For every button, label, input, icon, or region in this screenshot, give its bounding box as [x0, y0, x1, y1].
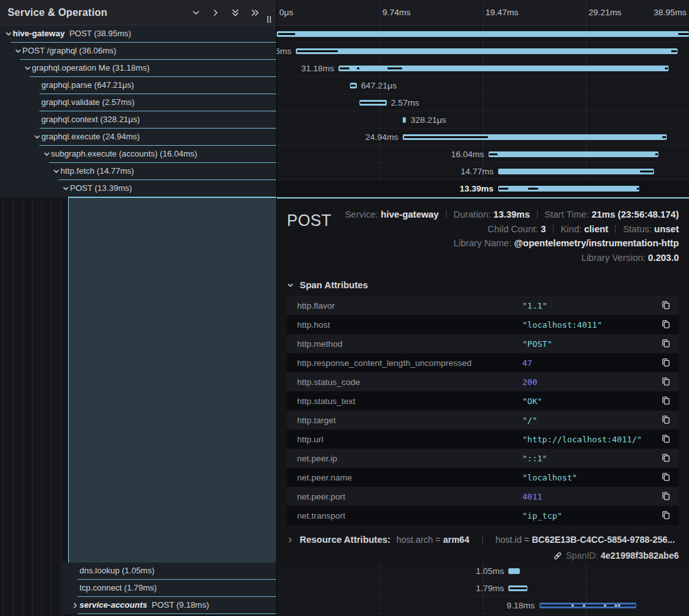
span-tree-row[interactable]: POST (13.39ms) [0, 180, 276, 197]
timeline-row[interactable]: 16.04ms [277, 146, 689, 163]
attribute-row: http.target"/" [287, 410, 679, 430]
self-time-mark [499, 188, 508, 190]
span-duration-label: 1.79ms [476, 580, 504, 597]
span-bar[interactable] [498, 169, 655, 174]
resource-attribute: host.arch = arm64 [396, 535, 470, 545]
attribute-row: net.transport"ip_tcp" [287, 506, 679, 525]
self-time-mark [489, 153, 498, 155]
span-tree-row[interactable]: graphql.operation Me (31.18ms) [0, 60, 276, 77]
span-meta-value: 0.203.0 [648, 253, 679, 263]
panel-resize-handle[interactable] [267, 16, 274, 23]
copy-icon[interactable] [661, 491, 671, 501]
timeline-row[interactable]: 9.18ms [277, 597, 689, 614]
collapse-one-icon[interactable] [191, 8, 200, 17]
timeline-row[interactable]: 24.94ms [277, 129, 689, 146]
span-tree-row[interactable]: dns.lookup (1.05ms) [62, 563, 276, 580]
timeline-row[interactable]: 1.05ms [277, 563, 689, 580]
copy-icon[interactable] [661, 434, 671, 444]
span-attributes-toggle[interactable]: Span Attributes [287, 280, 679, 290]
attribute-row: http.host"localhost:4011" [287, 315, 679, 334]
self-time-mark [665, 67, 668, 69]
copy-icon[interactable] [661, 300, 671, 311]
timeline-row[interactable]: 36.06ms [277, 43, 689, 60]
span-tree-row[interactable]: graphql.parse (647.21μs) [0, 77, 276, 94]
span-detail-title: POST [287, 206, 331, 265]
span-tree-row[interactable]: POST /graphql (36.06ms) [0, 43, 276, 60]
copy-icon[interactable] [661, 510, 671, 521]
span-meta-value: unset [654, 224, 679, 234]
timeline-row[interactable]: 2.57ms [277, 94, 689, 111]
span-tree-row[interactable]: http.fetch (14.77ms) [0, 163, 276, 180]
axis-tick-label: 0μs [279, 0, 293, 25]
span-bar[interactable] [403, 117, 406, 123]
copy-icon[interactable] [661, 377, 671, 387]
chevron-down-icon[interactable] [43, 151, 50, 158]
span-meta-value: 3 [541, 224, 546, 234]
attribute-row: http.flavor"1.1" [287, 296, 679, 315]
span-tree-row[interactable]: subgraph.execute (accounts) (16.04ms) [0, 146, 276, 163]
span-duration-label: 16.04ms [451, 146, 484, 163]
span-tree-row[interactable]: hive-gateway POST (38.95ms) [0, 25, 276, 43]
chevron-down-icon[interactable] [24, 65, 31, 72]
chevron-down-icon[interactable] [5, 31, 12, 38]
chevron-down-icon[interactable] [15, 48, 22, 55]
self-time-mark [404, 136, 488, 138]
chevron-down-icon[interactable] [53, 168, 60, 175]
chevron-down-icon[interactable] [34, 134, 41, 141]
copy-icon[interactable] [661, 415, 671, 425]
child-span-dot [615, 605, 617, 606]
tree-header-title: Service & Operation [8, 0, 108, 25]
link-icon[interactable] [553, 551, 562, 561]
span-tree-row[interactable]: graphql.execute (24.94ms) [0, 129, 276, 146]
expand-all-icon[interactable] [251, 8, 260, 17]
attribute-value: "::1" [522, 454, 547, 463]
attribute-value: "/" [522, 416, 537, 425]
timeline-row[interactable]: 647.21μs [277, 77, 689, 94]
span-tree-row-label: graphql.validate (2.57ms) [41, 94, 135, 111]
span-tree-row-label: graphql.parse (647.21μs) [41, 77, 134, 94]
service-name: service-accounts [80, 600, 147, 610]
span-tree-row[interactable]: tcp.connect (1.79ms) [62, 580, 276, 597]
axis-tick-label: 9.74ms [382, 0, 410, 25]
span-duration-label: 14.77ms [461, 163, 494, 180]
attribute-key: http.url [287, 435, 522, 444]
span-tree-row[interactable]: graphql.validate (2.57ms) [0, 94, 276, 111]
copy-icon[interactable] [661, 453, 671, 463]
attribute-row: net.peer.port4011 [287, 487, 679, 506]
timeline-row[interactable]: 13.39ms [277, 180, 689, 197]
copy-icon[interactable] [661, 319, 671, 330]
panel-divider[interactable] [276, 0, 277, 616]
timeline-row[interactable]: 328.21μs [277, 111, 689, 129]
span-bar[interactable] [277, 31, 689, 37]
attribute-value: "POST" [522, 339, 552, 349]
attribute-row: http.status_text"OK" [287, 391, 679, 410]
chevron-down-icon[interactable] [62, 185, 69, 192]
collapse-all-icon[interactable] [231, 8, 240, 17]
copy-icon[interactable] [661, 396, 671, 406]
span-tree-row[interactable]: graphql.context (328.21μs) [0, 111, 276, 129]
timeline-row[interactable]: 38.95ms [277, 25, 689, 43]
span-tree-row[interactable]: service-accounts POST (9.18ms) [62, 597, 276, 614]
span-bar[interactable] [498, 186, 640, 192]
self-time-mark [357, 67, 359, 69]
copy-icon[interactable] [661, 472, 671, 482]
copy-icon[interactable] [661, 358, 671, 368]
span-tree-row-label: graphql.execute (24.94ms) [41, 129, 140, 146]
expand-one-icon[interactable] [211, 8, 220, 17]
span-bar[interactable] [296, 48, 678, 54]
attribute-value: 47 [522, 358, 532, 368]
span-bar[interactable] [489, 151, 658, 157]
timeline-row[interactable]: 31.18ms [277, 60, 689, 77]
timeline-row[interactable]: 14.77ms [277, 163, 689, 180]
timeline-row[interactable]: 1.79ms [277, 580, 689, 597]
resource-attributes-row[interactable]: Resource Attributes:host.arch = arm64hos… [287, 535, 679, 545]
chevron-right-icon[interactable] [72, 602, 79, 609]
span-bar[interactable] [508, 568, 519, 574]
attribute-key: net.peer.port [287, 492, 522, 501]
span-tree-row-label: tcp.connect (1.79ms) [80, 580, 157, 597]
attribute-value: 200 [522, 377, 537, 387]
copy-icon[interactable] [661, 339, 671, 349]
self-time-mark [510, 587, 527, 589]
attribute-row: http.response_content_length_uncompresse… [287, 353, 679, 372]
resource-attributes-label: Resource Attributes: [300, 535, 391, 545]
